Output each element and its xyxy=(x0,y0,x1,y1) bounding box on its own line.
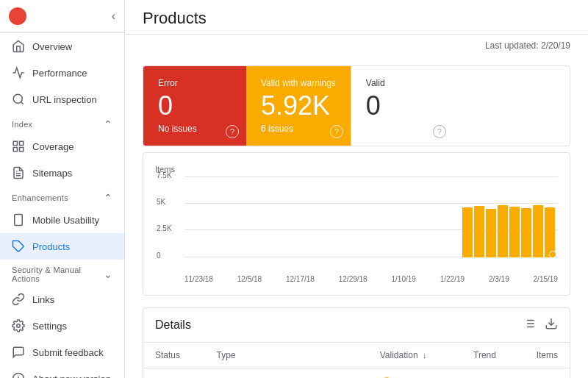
col-items: Items xyxy=(520,343,570,368)
col-validation[interactable]: Validation ↓ xyxy=(368,343,462,368)
filter-icon[interactable] xyxy=(523,317,536,333)
chart-bar-7 xyxy=(545,207,555,257)
row-status-0[interactable]: Warning xyxy=(143,368,205,378)
coverage-icon xyxy=(12,140,25,153)
index-chevron-icon: ⌃ xyxy=(104,118,112,130)
search-icon xyxy=(12,93,25,106)
mobile-icon xyxy=(12,213,25,227)
col-status: Status xyxy=(143,343,205,368)
svg-rect-2 xyxy=(13,141,17,145)
chart-bars xyxy=(184,176,558,257)
table-row: WarningMissing field "aggregateRating" !… xyxy=(143,368,570,378)
valid-label: Valid xyxy=(366,78,439,88)
sidebar-item-url-inspection-label: URL inspection xyxy=(32,94,97,105)
sidebar-item-settings-label: Settings xyxy=(32,321,67,332)
sort-icon: ↓ xyxy=(423,351,427,360)
download-icon[interactable] xyxy=(545,317,558,333)
warning-info-icon: ? xyxy=(330,125,343,138)
details-title: Details xyxy=(155,318,523,332)
page-title: Products xyxy=(143,9,570,28)
warning-sub: 6 issues xyxy=(261,124,336,134)
x-label-4: 1/10/19 xyxy=(392,275,416,283)
x-label-1: 12/5/18 xyxy=(237,275,262,283)
row-type-0: Missing field "aggregateRating" xyxy=(205,368,368,378)
y-label-5k: 5K xyxy=(157,198,165,206)
sidebar-item-links[interactable]: Links xyxy=(0,286,124,313)
security-chevron-icon: ⌄ xyxy=(104,268,112,280)
error-label: Error xyxy=(158,78,232,88)
sidebar-item-url-inspection[interactable]: URL inspection xyxy=(0,86,124,113)
y-label-0: 0 xyxy=(157,252,161,260)
sidebar-item-products-label: Products xyxy=(32,241,70,252)
warning-value: 5.92K xyxy=(261,91,336,121)
row-items-0: 5,924 xyxy=(520,368,570,378)
main-header: Products xyxy=(125,0,588,35)
tag-icon xyxy=(12,240,25,253)
details-section: Details Status Type Validat xyxy=(143,307,570,378)
sidebar-section-enhancements: Enhancements ⌃ xyxy=(0,186,124,207)
sidebar-item-mobile-usability[interactable]: Mobile Usability xyxy=(0,207,124,233)
details-table: Status Type Validation ↓ Trend Items War… xyxy=(143,343,570,378)
y-label-75k: 7.5K xyxy=(157,171,172,179)
row-trend-0 xyxy=(462,368,520,378)
google-logo xyxy=(9,7,26,25)
sidebar-item-coverage-label: Coverage xyxy=(32,141,74,152)
sidebar-item-overview[interactable]: Overview xyxy=(0,33,124,60)
warning-card[interactable]: Valid with warnings 5.92K 6 issues ? xyxy=(246,66,351,146)
details-actions xyxy=(523,317,558,333)
feedback-icon xyxy=(12,346,25,359)
enhancements-chevron-icon: ⌃ xyxy=(104,192,112,204)
chart-area: 7.5K 5K 2.5K 0 xyxy=(184,176,558,272)
error-info-icon: ? xyxy=(226,125,239,138)
sidebar: ‹ Overview Performance URL inspection In… xyxy=(0,0,125,378)
chart-bar-2 xyxy=(486,209,496,257)
y-label-25k: 2.5K xyxy=(157,224,172,232)
warning-label: Valid with warnings xyxy=(261,78,336,88)
chart-items-label: Items xyxy=(155,165,558,174)
sidebar-item-products[interactable]: Products xyxy=(0,233,124,260)
status-cards: Error 0 No issues ? Valid with warnings … xyxy=(143,65,570,146)
sidebar-item-new-version-label: About new version xyxy=(32,374,111,379)
chart-bar-6 xyxy=(533,205,543,257)
chart-bar-0 xyxy=(462,207,473,257)
svg-point-11 xyxy=(17,324,21,328)
svg-line-1 xyxy=(21,101,23,104)
sidebar-item-performance[interactable]: Performance xyxy=(0,60,124,86)
sidebar-item-new-version[interactable]: About new version xyxy=(0,365,124,378)
x-label-2: 12/17/18 xyxy=(286,275,315,283)
sidebar-item-overview-label: Overview xyxy=(32,41,72,52)
sidebar-collapse-button[interactable]: ‹ xyxy=(112,10,115,23)
chart-bar-5 xyxy=(521,208,531,257)
sidebar-header: ‹ xyxy=(0,0,124,33)
trend-sparkline xyxy=(473,376,506,378)
last-updated: Last updated: 2/20/19 xyxy=(125,35,588,54)
settings-icon xyxy=(12,319,25,332)
chart-dot xyxy=(549,251,556,258)
sidebar-item-feedback-label: Submit feedback xyxy=(32,347,104,358)
sidebar-item-feedback[interactable]: Submit feedback xyxy=(0,339,124,365)
x-label-5: 1/22/19 xyxy=(440,275,465,283)
x-label-0: 11/23/18 xyxy=(184,275,213,283)
valid-value: 0 xyxy=(366,91,439,121)
sidebar-item-coverage[interactable]: Coverage xyxy=(0,133,124,160)
home-icon xyxy=(12,40,25,53)
sidebar-section-index: Index ⌃ xyxy=(0,113,124,133)
svg-rect-5 xyxy=(20,148,24,151)
x-label-7: 2/15/19 xyxy=(534,275,558,283)
table-header-row: Status Type Validation ↓ Trend Items xyxy=(143,343,570,368)
chart-icon xyxy=(12,66,25,79)
main-body: Error 0 No issues ? Valid with warnings … xyxy=(125,54,588,378)
sidebar-item-sitemaps-label: Sitemaps xyxy=(32,168,72,179)
sidebar-item-settings[interactable]: Settings xyxy=(0,313,124,339)
chart-bar-1 xyxy=(474,206,484,257)
x-label-3: 12/29/18 xyxy=(339,275,368,283)
sidebar-section-security[interactable]: Security & Manual Actions ⌄ xyxy=(0,260,124,286)
chart-bar-3 xyxy=(498,205,508,257)
valid-card[interactable]: Valid 0 ? xyxy=(351,66,453,146)
chart-bar-4 xyxy=(509,207,520,257)
chart-container: Items 7.5K 5K 2.5K 0 xyxy=(143,152,570,296)
error-value: 0 xyxy=(158,91,232,121)
sidebar-item-sitemaps[interactable]: Sitemaps xyxy=(0,160,124,186)
error-card[interactable]: Error 0 No issues ? xyxy=(143,66,246,146)
svg-rect-4 xyxy=(13,148,17,151)
